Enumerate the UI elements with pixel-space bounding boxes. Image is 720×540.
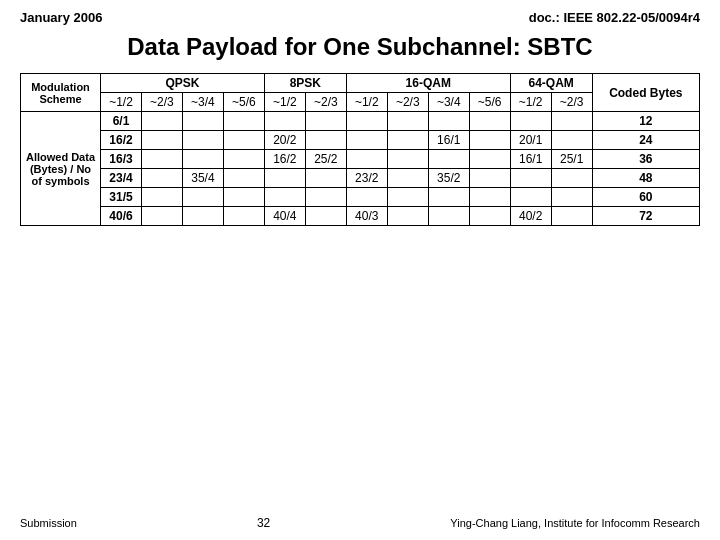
data-cell bbox=[469, 188, 510, 207]
data-cell bbox=[182, 150, 223, 169]
data-cell: 20/2 bbox=[264, 131, 305, 150]
rate-cell-1: ~2/3 bbox=[141, 93, 182, 112]
data-cell: 23/2 bbox=[346, 169, 387, 188]
data-cell bbox=[387, 207, 428, 226]
data-cell bbox=[223, 207, 264, 226]
rate-cell-6: ~1/2 bbox=[346, 93, 387, 112]
symbol-cell: 16/3 bbox=[101, 150, 142, 169]
data-cell bbox=[387, 169, 428, 188]
header: January 2006 doc.: IEEE 802.22-05/0094r4 bbox=[20, 10, 700, 25]
coded-bytes-cell: 48 bbox=[592, 169, 699, 188]
coded-bytes-cell: 12 bbox=[592, 112, 699, 131]
footer-center: 32 bbox=[257, 516, 270, 530]
data-cell bbox=[141, 188, 182, 207]
data-cell bbox=[141, 150, 182, 169]
data-cell bbox=[264, 169, 305, 188]
coded-bytes-cell: 72 bbox=[592, 207, 699, 226]
data-table: Modulation Scheme QPSK 8PSK 16-QAM 64-QA… bbox=[20, 73, 700, 226]
symbol-cell: 16/2 bbox=[101, 131, 142, 150]
rate-cell-0: ~1/2 bbox=[101, 93, 142, 112]
rate-cell-2: ~3/4 bbox=[182, 93, 223, 112]
data-cell: 20/1 bbox=[510, 131, 551, 150]
data-cell: 40/3 bbox=[346, 207, 387, 226]
data-cell: 25/1 bbox=[551, 150, 592, 169]
data-cell bbox=[551, 188, 592, 207]
symbol-cell: 6/1 bbox=[101, 112, 142, 131]
data-cell bbox=[469, 131, 510, 150]
data-cell bbox=[182, 207, 223, 226]
data-cell bbox=[387, 112, 428, 131]
data-cell bbox=[141, 169, 182, 188]
data-cell: 35/2 bbox=[428, 169, 469, 188]
rate-cell-9: ~5/6 bbox=[469, 93, 510, 112]
data-cell bbox=[469, 169, 510, 188]
data-cell bbox=[141, 207, 182, 226]
data-cell bbox=[264, 188, 305, 207]
data-cell bbox=[223, 131, 264, 150]
rate-cell-8: ~3/4 bbox=[428, 93, 469, 112]
data-cell bbox=[305, 207, 346, 226]
coded-bytes-cell: 60 bbox=[592, 188, 699, 207]
symbol-cell: 40/6 bbox=[101, 207, 142, 226]
page: January 2006 doc.: IEEE 802.22-05/0094r4… bbox=[0, 0, 720, 540]
data-cell bbox=[305, 188, 346, 207]
symbol-cell: 23/4 bbox=[101, 169, 142, 188]
data-cell bbox=[428, 150, 469, 169]
data-cell bbox=[346, 112, 387, 131]
rate-cell-5: ~2/3 bbox=[305, 93, 346, 112]
coded-bytes-cell: 36 bbox=[592, 150, 699, 169]
data-cell bbox=[141, 131, 182, 150]
data-cell bbox=[223, 112, 264, 131]
data-cell: 16/1 bbox=[428, 131, 469, 150]
data-cell: 16/1 bbox=[510, 150, 551, 169]
data-cell bbox=[387, 188, 428, 207]
data-cell bbox=[387, 131, 428, 150]
data-cell bbox=[469, 150, 510, 169]
coded-bytes-header: Coded Bytes bbox=[592, 74, 699, 112]
data-cell bbox=[551, 169, 592, 188]
data-cell bbox=[223, 188, 264, 207]
footer-left: Submission bbox=[20, 517, 77, 529]
data-cell bbox=[551, 112, 592, 131]
data-cell bbox=[387, 150, 428, 169]
data-cell: 16/2 bbox=[264, 150, 305, 169]
rate-cell-4: ~1/2 bbox=[264, 93, 305, 112]
footer-right: Ying-Chang Liang, Institute for Infocomm… bbox=[450, 517, 700, 529]
data-cell bbox=[182, 188, 223, 207]
data-cell bbox=[264, 112, 305, 131]
data-cell: 40/2 bbox=[510, 207, 551, 226]
header-doc: doc.: IEEE 802.22-05/0094r4 bbox=[529, 10, 700, 25]
data-cell bbox=[469, 112, 510, 131]
rate-cell-3: ~5/6 bbox=[223, 93, 264, 112]
data-cell bbox=[510, 169, 551, 188]
data-cell bbox=[182, 112, 223, 131]
data-cell bbox=[428, 112, 469, 131]
data-cell bbox=[510, 188, 551, 207]
data-cell bbox=[346, 188, 387, 207]
footer: Submission 32 Ying-Chang Liang, Institut… bbox=[20, 516, 700, 530]
data-cell bbox=[346, 131, 387, 150]
data-cell bbox=[223, 150, 264, 169]
data-cell bbox=[305, 112, 346, 131]
rate-cell-7: ~2/3 bbox=[387, 93, 428, 112]
page-title: Data Payload for One Subchannel: SBTC bbox=[20, 33, 700, 61]
data-cell bbox=[305, 131, 346, 150]
header-date: January 2006 bbox=[20, 10, 102, 25]
data-cell bbox=[223, 169, 264, 188]
data-cell bbox=[305, 169, 346, 188]
data-cell bbox=[346, 150, 387, 169]
data-cell bbox=[510, 112, 551, 131]
data-cell bbox=[469, 207, 510, 226]
data-cell bbox=[141, 112, 182, 131]
allowed-data-label: Allowed Data (Bytes) / No of symbols bbox=[21, 112, 101, 226]
data-cell bbox=[551, 207, 592, 226]
data-cell bbox=[182, 131, 223, 150]
coded-bytes-cell: 24 bbox=[592, 131, 699, 150]
data-cell bbox=[428, 207, 469, 226]
64qam-header: 64-QAM bbox=[510, 74, 592, 93]
rate-cell-11: ~2/3 bbox=[551, 93, 592, 112]
symbol-cell: 31/5 bbox=[101, 188, 142, 207]
modulation-scheme-header: Modulation Scheme bbox=[21, 74, 101, 112]
data-cell bbox=[428, 188, 469, 207]
table-wrapper: Modulation Scheme QPSK 8PSK 16-QAM 64-QA… bbox=[20, 73, 700, 508]
